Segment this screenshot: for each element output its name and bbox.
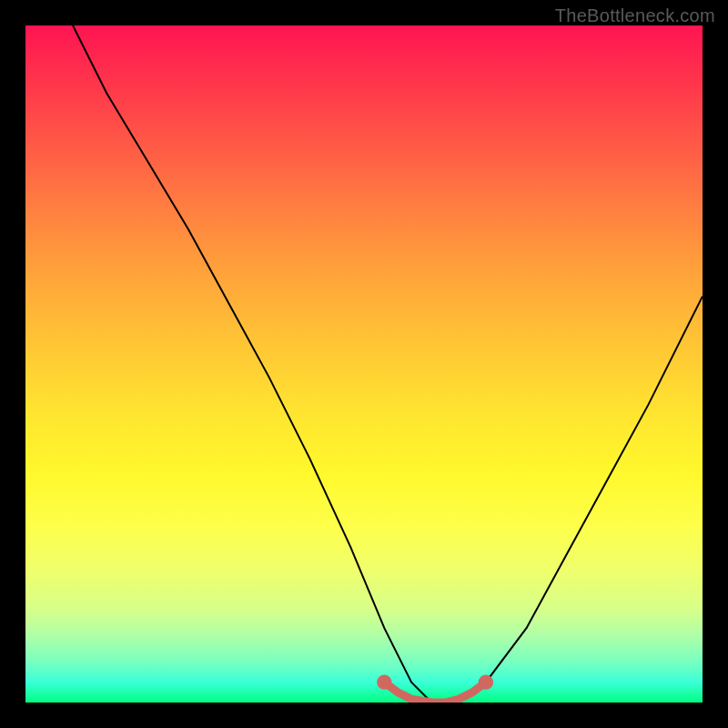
dip-highlight-line: [384, 682, 486, 703]
dip-dot: [479, 674, 493, 689]
watermark-text: TheBottleneck.com: [555, 5, 715, 26]
bottleneck-curve-line: [73, 25, 703, 703]
dip-dot: [377, 674, 391, 689]
chart-plot-area: [25, 25, 703, 703]
chart-svg: [25, 25, 703, 703]
